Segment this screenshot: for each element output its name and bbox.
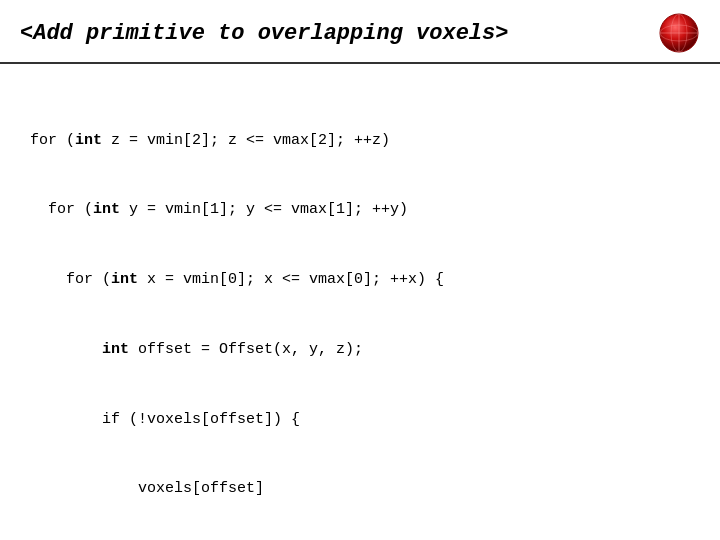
code-content-area: for (int z = vmin[2]; z <= vmax[2]; ++z)… xyxy=(0,64,720,540)
code-line-2: for (int y = vmin[1]; y <= vmax[1]; ++y) xyxy=(30,198,690,221)
slide-title: <Add primitive to overlapping voxels> xyxy=(20,21,508,46)
code-line-5: if (!voxels[offset]) { xyxy=(30,408,690,431)
code-line-6: voxels[offset] xyxy=(30,477,690,500)
code-line-4: int offset = Offset(x, y, z); xyxy=(30,338,690,361)
code-block: for (int z = vmin[2]; z <= vmax[2]; ++z)… xyxy=(30,82,690,540)
slide-container: <Add primitive to overlapping voxels> fo… xyxy=(0,0,720,540)
voxel-sphere-icon xyxy=(658,12,700,54)
code-line-1: for (int z = vmin[2]; z <= vmax[2]; ++z) xyxy=(30,129,690,152)
header-bar: <Add primitive to overlapping voxels> xyxy=(0,0,720,64)
code-line-3: for (int x = vmin[0]; x <= vmax[0]; ++x)… xyxy=(30,268,690,291)
